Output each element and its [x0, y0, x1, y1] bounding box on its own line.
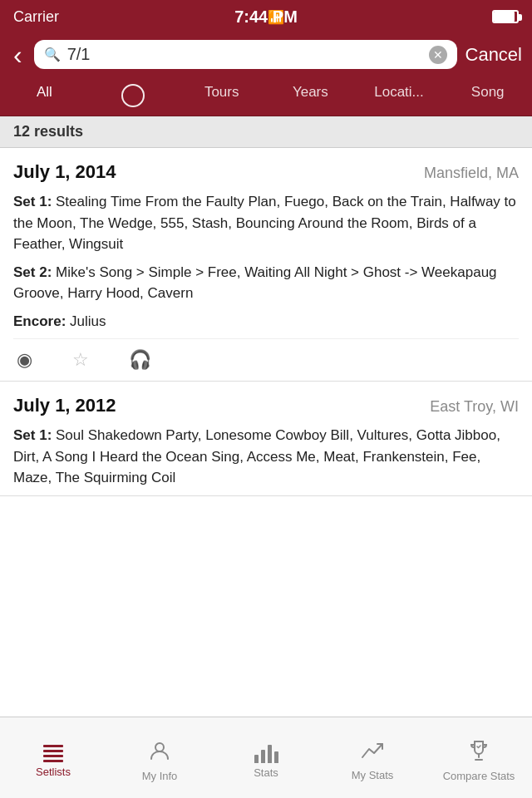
- show-set1: Set 1: Soul Shakedown Party, Lonesome Co…: [13, 425, 519, 489]
- trophy-icon: [468, 740, 490, 766]
- results-list: July 1, 2014 Mansfield, MA Set 1: Steali…: [0, 148, 532, 579]
- show-date[interactable]: July 1, 2014: [13, 161, 116, 183]
- tab-my-info[interactable]: My Info: [106, 733, 213, 782]
- battery-icon: [492, 10, 519, 23]
- tab-stats[interactable]: Stats: [213, 736, 319, 779]
- show-entry: July 1, 2014 Mansfield, MA Set 1: Steali…: [0, 148, 532, 382]
- show-date[interactable]: July 1, 2012: [13, 395, 116, 416]
- show-encore: Encore: Julius: [13, 311, 519, 332]
- person-icon: [149, 740, 170, 766]
- bar-chart-icon: [254, 743, 278, 763]
- tab-bar: Setlists My Info Stats My Stats: [0, 717, 532, 798]
- tab-setlists-label: Setlists: [36, 766, 71, 778]
- search-icon: 🔍: [44, 47, 61, 62]
- tab-compare-stats[interactable]: Compare Stats: [426, 733, 532, 782]
- show-entry: July 1, 2012 East Troy, WI Set 1: Soul S…: [0, 382, 532, 496]
- tab-mystats-label: My Stats: [352, 769, 394, 781]
- tab-tours[interactable]: Tours: [177, 76, 266, 116]
- tab-locations[interactable]: Locati...: [355, 76, 444, 116]
- cancel-button[interactable]: Cancel: [466, 44, 522, 66]
- show-header: July 1, 2014 Mansfield, MA: [13, 161, 519, 183]
- tab-my-stats[interactable]: My Stats: [319, 734, 426, 781]
- filter-tabs: All Tours Years Locati... Song: [0, 76, 532, 116]
- svg-point-0: [155, 743, 164, 751]
- trend-icon: [361, 741, 384, 766]
- headphones-icon[interactable]: 🎧: [129, 349, 151, 371]
- tab-all[interactable]: All: [0, 76, 89, 116]
- status-time: 7:44 PM: [234, 7, 298, 27]
- tab-comparestats-label: Compare Stats: [443, 770, 515, 782]
- search-input[interactable]: [67, 45, 422, 64]
- show-header: July 1, 2012 East Troy, WI: [13, 395, 519, 416]
- circle-filter-icon: [121, 84, 145, 107]
- back-button[interactable]: ‹: [10, 42, 26, 68]
- tab-stats-label: Stats: [254, 766, 278, 779]
- clear-input-button[interactable]: ✕: [429, 46, 447, 64]
- show-set1: Set 1: Stealing Time From the Faulty Pla…: [13, 191, 519, 255]
- search-input-container: 🔍 ✕: [34, 40, 457, 69]
- favorite-icon[interactable]: ☆: [72, 349, 89, 371]
- show-location: Mansfield, MA: [424, 165, 519, 182]
- tab-setlists[interactable]: Setlists: [0, 738, 106, 778]
- show-actions: ◉ ☆ 🎧: [13, 338, 519, 381]
- status-bar: Carrier 📶 7:44 PM: [0, 0, 532, 33]
- tab-years[interactable]: Years: [266, 76, 355, 116]
- tab-songs[interactable]: Song: [443, 76, 532, 116]
- radio-button-icon[interactable]: ◉: [17, 349, 32, 371]
- results-count: 12 results: [0, 116, 532, 148]
- carrier-label: Carrier: [13, 8, 59, 26]
- tab-myinfo-label: My Info: [142, 770, 178, 782]
- search-bar: ‹ 🔍 ✕ Cancel: [0, 33, 532, 76]
- show-set2: Set 2: Mike's Song > Simple > Free, Wait…: [13, 262, 519, 304]
- show-location: East Troy, WI: [430, 398, 519, 416]
- tab-circle[interactable]: [89, 76, 178, 116]
- setlists-icon: [43, 745, 63, 762]
